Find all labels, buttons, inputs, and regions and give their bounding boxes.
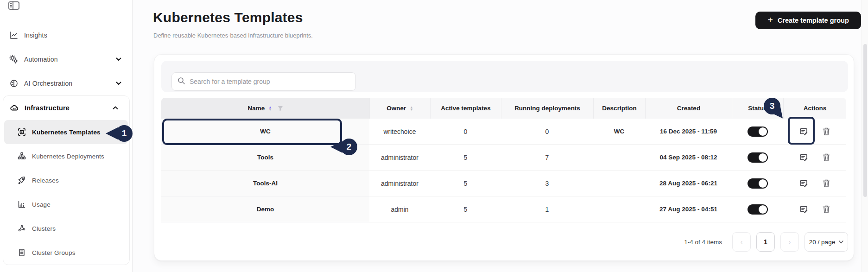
cell-running-deployments: 3 <box>501 171 593 196</box>
sidebar-item-automation[interactable]: Automation <box>0 47 133 71</box>
column-header-owner[interactable]: Owner ▲▼ <box>369 98 430 119</box>
cell-status <box>732 119 783 144</box>
template-frame-icon <box>17 127 26 137</box>
pagination-range: 1-4 of 4 items <box>684 239 722 246</box>
sidebar-item-kubernetes-templates[interactable]: Kubernetes Templates <box>4 120 128 144</box>
chevron-up-icon <box>113 106 118 110</box>
sidebar-item-usage[interactable]: Usage <box>3 192 129 216</box>
cell-active-templates: 5 <box>430 196 501 222</box>
status-toggle[interactable] <box>748 127 768 137</box>
delete-icon[interactable] <box>822 127 830 136</box>
edit-icon[interactable] <box>799 179 808 188</box>
sidebar-item-releases[interactable]: Releases <box>3 168 129 192</box>
cell-actions <box>783 119 846 144</box>
cell-running-deployments: 0 <box>501 119 593 144</box>
document-list-icon <box>17 248 26 257</box>
chevron-down-icon <box>116 82 121 85</box>
cell-running-deployments: 1 <box>501 196 593 222</box>
cell-active-templates: 0 <box>430 119 501 144</box>
sidebar-item-kubernetes-deployments[interactable]: Kubernetes Deployments <box>3 144 129 168</box>
table-row[interactable]: Tools administrator 5 7 04 Sep 2025 - 08… <box>161 145 846 171</box>
cell-status <box>732 196 783 222</box>
cell-created: 28 Aug 2025 - 06:21 <box>645 171 732 196</box>
sort-icon-owner[interactable]: ▲▼ <box>410 106 413 111</box>
modules-icon <box>17 152 26 161</box>
pagination-page-1-button[interactable]: 1 <box>756 232 775 252</box>
table-row[interactable]: Tools-AI administrator 5 3 28 Aug 2025 -… <box>161 171 846 196</box>
cell-status <box>732 145 783 170</box>
cell-actions <box>783 145 846 170</box>
sidebar: Insights Automation AI Orchestration Inf… <box>0 0 133 272</box>
sidebar-item-ai-orchestration[interactable]: AI Orchestration <box>0 71 133 95</box>
table-header-row: Name ▲▼ Owner ▲▼ Active templates Runnin… <box>161 98 846 119</box>
cell-active-templates: 5 <box>430 145 501 170</box>
column-header-actions: Actions <box>783 98 846 119</box>
bar-chart-icon <box>17 200 26 209</box>
pagination-next-button[interactable]: › <box>780 232 799 252</box>
status-toggle[interactable] <box>748 152 768 163</box>
cell-created: 04 Sep 2025 - 08:12 <box>645 145 732 170</box>
column-header-running-deployments: Running deployments <box>501 98 593 119</box>
plus-icon: + <box>767 15 773 25</box>
cell-name: Tools <box>161 145 369 170</box>
sidebar-item-clusters[interactable]: Clusters <box>3 216 129 240</box>
cell-owner: writechoice <box>369 119 430 144</box>
cell-name: Demo <box>161 196 369 222</box>
search-panel <box>161 61 848 92</box>
cell-running-deployments: 7 <box>501 145 593 170</box>
sidebar-infrastructure-group: Infrastructure Kubernetes Templates Kube… <box>3 95 130 265</box>
cell-description <box>593 171 645 196</box>
vertical-scrollbar[interactable] <box>862 0 868 272</box>
status-toggle[interactable] <box>748 204 768 215</box>
cluster-network-icon <box>17 224 26 233</box>
cell-name: Tools-AI <box>161 171 369 196</box>
cell-owner: admin <box>369 196 430 222</box>
cell-description <box>593 196 645 222</box>
table-row[interactable]: Demo admin 5 1 27 Aug 2025 - 04:51 <box>161 196 846 222</box>
sidebar-toggle-icon[interactable] <box>8 1 20 11</box>
cloud-icon <box>10 103 19 113</box>
cell-owner: administrator <box>369 171 430 196</box>
cell-actions <box>783 196 846 222</box>
page-size-select[interactable]: 20 / page <box>805 232 848 252</box>
rocket-icon <box>17 176 26 185</box>
sidebar-nav-top: Insights Automation AI Orchestration <box>0 23 133 95</box>
delete-icon[interactable] <box>822 205 830 214</box>
pagination-prev-button[interactable]: ‹ <box>732 232 751 252</box>
column-header-description: Description <box>593 98 645 119</box>
cell-created: 16 Dec 2025 - 11:59 <box>645 119 732 144</box>
cell-description: WC <box>593 119 645 144</box>
cell-name: WC <box>161 119 369 144</box>
search-icon <box>177 77 185 86</box>
half-circle-icon <box>9 79 19 88</box>
sort-icon-name[interactable]: ▲▼ <box>268 106 272 111</box>
cell-actions <box>783 171 846 196</box>
filter-icon[interactable] <box>278 106 283 111</box>
table-body: WC writechoice 0 0 WC 16 Dec 2025 - 11:5… <box>161 119 846 222</box>
chart-line-icon <box>9 31 19 40</box>
sidebar-item-cluster-groups[interactable]: Cluster Groups <box>3 240 129 265</box>
search-box[interactable] <box>171 72 356 91</box>
templates-card: Name ▲▼ Owner ▲▼ Active templates Runnin… <box>154 54 854 261</box>
column-header-name[interactable]: Name ▲▼ <box>161 98 369 119</box>
page-title: Kubernetes Templates <box>153 10 303 25</box>
delete-icon[interactable] <box>822 179 830 188</box>
table-row[interactable]: WC writechoice 0 0 WC 16 Dec 2025 - 11:5… <box>161 119 846 145</box>
edit-icon[interactable] <box>799 205 808 214</box>
sidebar-item-infrastructure[interactable]: Infrastructure <box>3 96 129 120</box>
sidebar-item-insights[interactable]: Insights <box>0 23 133 47</box>
cell-active-templates: 5 <box>430 171 501 196</box>
create-template-group-button[interactable]: + Create template group <box>755 12 861 29</box>
cell-created: 27 Aug 2025 - 04:51 <box>645 196 732 222</box>
pagination: 1-4 of 4 items ‹ 1 › 20 / page <box>684 232 848 252</box>
scrollbar-thumb[interactable] <box>863 44 867 197</box>
column-header-created: Created <box>645 98 732 119</box>
delete-icon[interactable] <box>822 153 830 162</box>
cell-owner: administrator <box>369 145 430 170</box>
status-toggle[interactable] <box>748 178 768 189</box>
column-header-status: Status <box>732 98 783 119</box>
edit-icon[interactable] <box>799 153 808 162</box>
edit-icon[interactable] <box>799 127 808 136</box>
search-input[interactable] <box>190 78 350 85</box>
gears-icon <box>9 55 19 64</box>
